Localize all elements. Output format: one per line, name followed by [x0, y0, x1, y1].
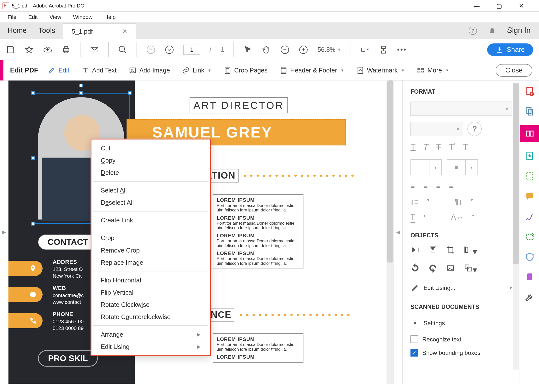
editbar-link[interactable]: Link▼ [182, 66, 211, 74]
menu-file[interactable]: File [2, 13, 21, 21]
document-scrollbar[interactable] [387, 80, 394, 384]
ctx-select-all[interactable]: Select All [91, 184, 210, 196]
editbar-add-image[interactable]: Add Image [128, 66, 170, 74]
ctx-create-link[interactable]: Create Link... [91, 214, 210, 226]
panel-scrollbar[interactable] [513, 83, 519, 370]
ctx-replace-image[interactable]: Replace Image [91, 256, 210, 268]
rotate-cw-icon[interactable] [428, 263, 437, 275]
menu-view[interactable]: View [44, 13, 66, 21]
edit-pdf-tool-icon[interactable] [520, 125, 539, 142]
underline-icon[interactable]: T [410, 142, 416, 152]
menu-help[interactable]: Help [99, 13, 121, 21]
zoom-select[interactable]: 56.8% ▼ [318, 46, 341, 53]
menu-edit[interactable]: Edit [23, 13, 43, 21]
italic-icon[interactable]: T [423, 142, 428, 152]
export-pdf-icon[interactable] [523, 150, 536, 162]
fit-width-icon[interactable]: ▼ [360, 45, 369, 54]
sign-in-link[interactable]: Sign In [507, 26, 531, 35]
ctx-flip-vertical[interactable]: Flip Vertical [91, 286, 210, 298]
select-arrow-icon[interactable] [243, 45, 253, 54]
ctx-crop[interactable]: Crop [91, 232, 210, 244]
menu-window[interactable]: Window [68, 13, 98, 21]
window-minimize-button[interactable]: — [474, 2, 480, 9]
ctx-rotate-counterclockwise[interactable]: Rotate Counterclockwise [91, 311, 210, 323]
star-icon[interactable] [24, 45, 34, 54]
ctx-edit-using-submenu[interactable]: Edit Using▶ [91, 340, 210, 353]
line-spacing-icon[interactable]: ↕≡ [410, 198, 419, 207]
recognize-text-checkbox[interactable] [410, 335, 418, 343]
selection-handle[interactable] [79, 91, 83, 95]
editbar-close-button[interactable]: Close [496, 64, 532, 76]
more-tools-wrench-icon[interactable] [523, 291, 536, 304]
window-close-button[interactable]: ✕ [519, 2, 524, 9]
document-tab[interactable]: 5_1.pdf ✕ [63, 23, 136, 39]
window-maximize-button[interactable]: ▢ [496, 2, 502, 9]
align-justify-icon[interactable]: ≡ [449, 182, 454, 191]
print-icon[interactable] [62, 45, 71, 54]
pane-expand-left[interactable]: ▶ [0, 80, 8, 384]
pane-expand-right[interactable]: ◀ [394, 80, 403, 384]
ctx-copy[interactable]: Copy [91, 154, 210, 166]
char-spacing-icon[interactable]: A↔ [451, 213, 464, 223]
comment-icon[interactable] [523, 190, 536, 203]
bullet-list-caret[interactable]: ▾ [429, 160, 441, 175]
rotate-ccw-icon[interactable] [410, 263, 420, 275]
editbar-header-footer[interactable]: Header & Footer▼ [279, 66, 344, 74]
fill-sign-icon[interactable] [523, 210, 536, 223]
selection-handle[interactable] [31, 91, 35, 95]
document-viewport[interactable]: CONTACT ADDRES 123, Street O New York Ci… [8, 80, 394, 384]
flip-vertical-icon[interactable] [428, 245, 437, 257]
scanned-settings[interactable]: Settings [410, 317, 512, 329]
paragraph-spacing-icon[interactable]: ¶↕ [455, 198, 463, 207]
document-tab-close-icon[interactable]: ✕ [122, 28, 127, 35]
help-icon[interactable]: ? [468, 122, 482, 136]
page-number-input[interactable] [183, 45, 200, 55]
tab-tools[interactable]: Tools [39, 26, 55, 35]
arrange-icon[interactable]: ▾ [464, 263, 477, 275]
edit-using-dropdown[interactable]: Edit Using... ▾ [410, 281, 512, 294]
bell-icon[interactable] [488, 26, 497, 35]
align-center-icon[interactable]: ≡ [423, 182, 428, 191]
ctx-flip-horizontal[interactable]: Flip Horizontal [91, 274, 210, 286]
help-circle-icon[interactable]: ? [468, 26, 477, 35]
selection-rotate-handle[interactable] [79, 84, 83, 87]
flip-horizontal-icon[interactable] [410, 245, 420, 257]
selection-handle[interactable] [128, 91, 132, 95]
ctx-delete[interactable]: Delete [91, 166, 210, 179]
selection-handle[interactable] [31, 222, 35, 226]
editbar-watermark[interactable]: Watermark▼ [356, 66, 405, 74]
crop-icon[interactable] [446, 245, 455, 257]
replace-image-icon[interactable] [446, 263, 455, 275]
editbar-add-text[interactable]: Add Text [81, 66, 117, 74]
selection-handle[interactable] [31, 156, 35, 160]
tab-home[interactable]: Home [7, 26, 27, 35]
numbered-list-caret[interactable]: ▾ [466, 160, 477, 175]
align-right-icon[interactable]: ≡ [436, 182, 441, 191]
page-up-icon[interactable] [146, 45, 155, 54]
superscript-icon[interactable]: T¹ [449, 142, 455, 152]
show-bounding-boxes-checkbox[interactable]: ✓ [410, 349, 418, 356]
create-pdf-icon[interactable] [523, 85, 536, 97]
protect-icon[interactable] [523, 251, 536, 263]
save-icon[interactable] [6, 45, 15, 54]
editbar-more[interactable]: More▼ [416, 66, 449, 74]
page-down-icon[interactable] [165, 45, 174, 54]
editbar-crop-pages[interactable]: Crop Pages [223, 66, 268, 74]
zoom-in-circle-icon[interactable] [299, 45, 308, 54]
font-size-select[interactable]: ▾ [410, 122, 463, 136]
share-button[interactable]: Share [487, 43, 533, 56]
ctx-rotate-clockwise[interactable]: Rotate Clockwise [91, 298, 210, 311]
numbered-list-icon[interactable]: ≡ [447, 160, 466, 175]
organize-pages-icon[interactable] [523, 170, 536, 183]
envelope-icon[interactable] [90, 45, 99, 54]
font-family-select[interactable]: ▾ [410, 102, 512, 116]
send-comments-icon[interactable] [523, 231, 536, 243]
align-left-icon[interactable]: ≡ [410, 182, 415, 191]
strikethrough-icon[interactable]: T [436, 142, 441, 152]
bullet-list-icon[interactable]: ≣ [411, 160, 429, 175]
zoom-out-circle-icon[interactable] [280, 45, 290, 54]
align-objects-icon[interactable]: ▾ [464, 245, 477, 257]
editbar-edit[interactable]: Edit [48, 66, 69, 74]
ctx-cut[interactable]: Cut [91, 142, 210, 154]
stamp-icon[interactable] [523, 271, 536, 284]
